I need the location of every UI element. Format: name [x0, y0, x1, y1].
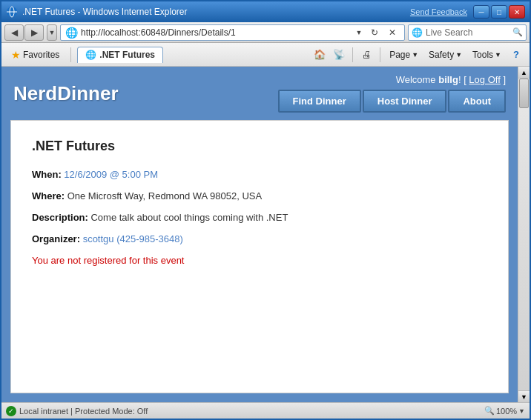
page-label: Page	[389, 50, 410, 60]
welcome-message: Welcome billg! [ Log Off ]	[396, 74, 506, 85]
status-left: ✓ Local intranet | Protected Mode: Off	[6, 406, 480, 416]
zoom-level: 100%	[496, 407, 517, 416]
search-bar[interactable]: 🌐 Live Search 🔍	[408, 24, 527, 41]
safety-label: Safety	[429, 50, 454, 60]
when-label: When:	[32, 169, 62, 180]
status-bar: ✓ Local intranet | Protected Mode: Off 🔍…	[1, 402, 530, 419]
where-value: One Microsft Way, Redmond WA 98052, USA	[67, 190, 263, 201]
scroll-thumb[interactable]	[519, 79, 529, 108]
when-row: When: 12/6/2009 @ 5:00 PM	[32, 169, 487, 180]
app-header: NerdDinner Welcome billg! [ Log Off ] Fi…	[1, 67, 518, 120]
restore-button[interactable]: □	[491, 5, 507, 19]
zoom-dropdown-icon: ▼	[518, 407, 525, 415]
favorites-button[interactable]: ★ Favorites	[6, 46, 65, 64]
search-placeholder: Live Search	[426, 27, 509, 38]
help-icon[interactable]: ?	[507, 46, 525, 64]
window-controls: ─ □ ✕	[473, 5, 525, 19]
organizer-label: Organizer:	[32, 233, 80, 244]
dropdown-button[interactable]: ▼	[47, 24, 57, 41]
ie-logo-icon	[6, 6, 18, 18]
star-icon: ★	[11, 49, 21, 61]
refresh-button[interactable]: ↻	[367, 25, 382, 40]
tools-label: Tools	[472, 50, 493, 60]
title-bar: .NET Futures - Windows Internet Explorer…	[1, 1, 530, 22]
rss-icon[interactable]: 📡	[330, 46, 348, 64]
description-row: Description: Come talk about cool things…	[32, 212, 487, 223]
page-button[interactable]: Page ▼	[385, 47, 423, 62]
where-row: Where: One Microsft Way, Redmond WA 9805…	[32, 190, 487, 201]
print-icon[interactable]: 🖨	[357, 46, 375, 64]
host-dinner-button[interactable]: Host Dinner	[363, 90, 447, 113]
tab-ie-icon: 🌐	[85, 50, 96, 60]
not-registered-message: You are not registered for this event	[32, 255, 487, 266]
description-value: Come talk about cool things coming with …	[90, 212, 288, 223]
where-label: Where:	[32, 190, 65, 201]
toolbar-separator-2	[352, 47, 353, 62]
find-dinner-button[interactable]: Find Dinner	[278, 90, 361, 113]
toolbar: ★ Favorites 🌐 .NET Futures 🏠 📡 🖨 Page ▼ …	[1, 43, 530, 67]
nav-buttons: Find Dinner Host Dinner About	[278, 90, 506, 113]
username-display: billg	[438, 74, 458, 85]
favorites-label: Favorites	[23, 50, 59, 60]
status-right: 🔍 100% ▼	[484, 406, 525, 416]
about-button[interactable]: About	[448, 90, 506, 113]
url-text: http://localhost:60848/Dinners/Details/1	[81, 27, 351, 38]
tabs-area: 🌐 .NET Futures	[77, 47, 308, 63]
logoff-link[interactable]: Log Off	[469, 74, 500, 85]
page-dropdown-icon: ▼	[412, 51, 418, 59]
tab-label: .NET Futures	[99, 50, 155, 60]
when-value: 12/6/2009 @ 5:00 PM	[64, 169, 158, 180]
tools-dropdown-icon: ▼	[495, 51, 501, 59]
back-button[interactable]: ◀	[4, 24, 24, 41]
minimize-button[interactable]: ─	[473, 5, 489, 19]
tab-net-futures[interactable]: 🌐 .NET Futures	[77, 47, 163, 63]
zoom-control[interactable]: 🔍 100% ▼	[484, 406, 525, 416]
scroll-down-button[interactable]: ▼	[518, 390, 530, 402]
tools-button[interactable]: Tools ▼	[468, 47, 506, 62]
window-title: .NET Futures - Windows Internet Explorer	[22, 7, 188, 17]
organizer-row: Organizer: scottgu (425-985-3648)	[32, 233, 487, 244]
scroll-up-button[interactable]: ▲	[518, 67, 530, 79]
zoom-icon: 🔍	[484, 406, 495, 416]
organizer-value: scottgu (425-985-3648)	[83, 233, 183, 244]
search-button[interactable]: 🔍	[512, 27, 523, 37]
content-card: .NET Futures When: 12/6/2009 @ 5:00 PM W…	[10, 120, 509, 393]
status-icon: ✓	[6, 406, 16, 416]
url-ie-icon: 🌐	[65, 27, 78, 39]
toolbar-separator-1	[70, 47, 71, 62]
dinner-title: .NET Futures	[32, 139, 487, 154]
close-button[interactable]: ✕	[509, 5, 525, 19]
safety-dropdown-icon: ▼	[455, 51, 462, 59]
stop-button[interactable]: ✕	[385, 25, 400, 40]
url-dropdown-btn[interactable]: ▼	[354, 26, 364, 39]
app-title: NerdDinner	[13, 82, 119, 105]
scroll-track[interactable]	[518, 79, 530, 390]
url-bar[interactable]: 🌐 http://localhost:60848/Dinners/Details…	[60, 24, 405, 41]
toolbar-separator-3	[380, 47, 380, 62]
main-content: NerdDinner Welcome billg! [ Log Off ] Fi…	[1, 67, 518, 402]
vertical-scrollbar[interactable]: ▲ ▼	[518, 67, 530, 402]
nav-button-group: ◀ ▶	[4, 24, 44, 41]
description-label: Description:	[32, 212, 88, 223]
header-right: Welcome billg! [ Log Off ] Find Dinner H…	[278, 74, 506, 113]
status-text: Local intranet | Protected Mode: Off	[19, 407, 148, 416]
search-ie-icon: 🌐	[412, 27, 423, 38]
send-feedback-link[interactable]: Send Feedback	[410, 7, 467, 16]
toolbar-right: 🏠 📡 🖨 Page ▼ Safety ▼ Tools ▼ ?	[311, 46, 525, 64]
safety-button[interactable]: Safety ▼	[424, 47, 466, 62]
forward-button[interactable]: ▶	[24, 24, 44, 41]
address-bar: ◀ ▶ ▼ 🌐 http://localhost:60848/Dinners/D…	[1, 22, 530, 43]
home-icon[interactable]: 🏠	[311, 46, 329, 64]
